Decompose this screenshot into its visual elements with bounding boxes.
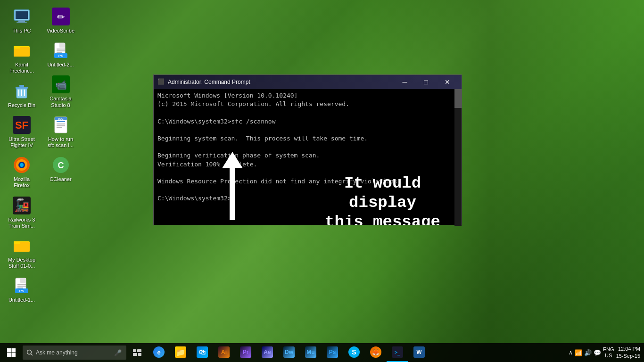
desktop-icon-videoscribe[interactable]: ✏ VideoScribe	[44, 5, 78, 36]
railworks-label: Railworks 3 Train Sim...	[7, 217, 36, 229]
desktop-icon-how-to-run[interactable]: DOC How to run sfc scan i...	[44, 113, 78, 151]
desktop-icon-ccleaner[interactable]: C CCleaner	[44, 153, 78, 185]
svg-rect-25	[20, 278, 26, 283]
store-icon: 🛍	[197, 346, 208, 358]
svg-rect-53	[7, 353, 11, 357]
desktop-icon-recycle-bin[interactable]: Recycle Bin	[5, 79, 39, 111]
desktop-icon-railworks[interactable]: 🚂 Railworks 3 Train Sim...	[5, 194, 39, 231]
taskbar-app-skype[interactable]: S	[343, 343, 365, 362]
taskbar-app-dw[interactable]: Dw	[278, 343, 300, 362]
svg-line-56	[31, 354, 33, 356]
ccleaner-icon: C	[51, 156, 70, 174]
svg-rect-2	[18, 20, 25, 22]
search-input[interactable]	[36, 349, 111, 356]
minimize-button[interactable]: ─	[394, 75, 415, 89]
desktop-icon-kamil[interactable]: Kamil Freelanc...	[5, 39, 39, 76]
svg-text:🚂: 🚂	[14, 197, 30, 213]
camtasia-icon: 📹	[51, 75, 70, 94]
taskbar-app-firefox[interactable]: 🦊	[365, 343, 387, 362]
this-pc-label: This PC	[12, 28, 31, 34]
taskbar-app-ae[interactable]: Ae	[256, 343, 278, 362]
tray-expand-button[interactable]: ∧	[569, 349, 573, 356]
task-view-button[interactable]	[128, 343, 146, 362]
taskbar-app-ps[interactable]: Ps	[322, 343, 343, 362]
cmd-window-controls: ─ □ ✕	[394, 75, 458, 89]
firefox-label: Mozilla Firefox	[7, 176, 36, 189]
desktop-icon-firefox[interactable]: Mozilla Firefox	[5, 153, 39, 191]
mic-icon[interactable]: 🎤	[114, 349, 122, 356]
premiere-icon: Pr	[240, 346, 251, 358]
desktop-icon-untitled1[interactable]: PS Untitled-1...	[5, 274, 39, 305]
untitled1-icon: PS	[12, 276, 31, 295]
taskbar-app-premiere[interactable]: Pr	[235, 343, 256, 362]
start-button[interactable]	[0, 343, 23, 362]
taskbar-cmd-icon: >_	[392, 346, 403, 358]
untitled2-icon: PS	[51, 41, 70, 60]
notification-area: ∧	[569, 349, 573, 356]
kamil-icon	[12, 41, 31, 60]
maximize-button[interactable]: □	[415, 75, 437, 89]
svg-rect-34	[59, 43, 65, 48]
desktop-icon-untitled2[interactable]: PS Untitled-2...	[44, 39, 78, 70]
clock-date: 15-Sep-15	[616, 353, 640, 360]
system-clock[interactable]: 12:04 PM 15-Sep-15	[616, 346, 640, 360]
language-region: US	[603, 353, 614, 359]
svg-rect-59	[133, 353, 137, 356]
cmd-titlebar: ⬛ Administrator: Command Prompt ─ □ ✕	[154, 75, 462, 89]
taskbar-app-cmd[interactable]: >_	[387, 343, 408, 362]
svg-text:PS: PS	[58, 54, 63, 58]
videoscribe-icon: ✏	[51, 7, 70, 26]
svg-rect-52	[12, 348, 16, 353]
taskbar-app-store[interactable]: 🛍	[191, 343, 213, 362]
svg-rect-54	[12, 353, 16, 357]
tray-sound-icon[interactable]: 🔊	[584, 349, 592, 356]
taskbar-app-word[interactable]: W	[408, 343, 430, 362]
tray-action-center-icon[interactable]: 💬	[594, 349, 601, 356]
taskbar-app-edge[interactable]: e	[148, 343, 170, 362]
annotation-text: It would displaythis message	[313, 174, 452, 225]
taskbar-app-mu[interactable]: Mu	[300, 343, 322, 362]
kamil-label: Kamil Freelanc...	[7, 62, 36, 74]
my-desktop-label: My Desktop Stuff 01-0...	[7, 257, 36, 269]
recycle-bin-icon	[12, 82, 31, 100]
taskbar-app-explorer[interactable]: 📁	[170, 343, 191, 362]
taskbar-actions	[128, 343, 146, 362]
desktop-icon-camtasia[interactable]: 📹 Camtasia Studio 8	[44, 73, 78, 110]
railworks-icon: 🚂	[12, 196, 31, 215]
cmd-scrollbar[interactable]	[454, 89, 462, 226]
illustrator-icon: Ai	[218, 346, 230, 358]
svg-text:SF: SF	[15, 119, 28, 131]
taskbar-firefox-icon: 🦊	[370, 346, 381, 358]
svg-rect-58	[137, 349, 141, 352]
svg-rect-51	[7, 348, 11, 353]
svg-rect-23	[14, 241, 20, 244]
taskbar-right: ∧ 📶 🔊 💬 ENG US 12:04 PM 15-Sep-15	[569, 346, 644, 360]
language-indicator: ENG US	[603, 346, 614, 359]
arrow-head	[222, 152, 243, 168]
untitled2-label: Untitled-2...	[47, 62, 74, 68]
desktop-icon-this-pc[interactable]: This PC	[5, 5, 39, 36]
search-bar[interactable]: 🎤	[23, 346, 126, 360]
street-fighter-icon: SF	[12, 115, 31, 134]
videoscribe-label: VideoScribe	[47, 28, 74, 34]
recycle-bin-label: Recycle Bin	[8, 102, 35, 108]
desktop-icon-my-desktop[interactable]: My Desktop Stuff 01-0...	[5, 234, 39, 272]
tray-network-icon[interactable]: 📶	[575, 349, 582, 356]
close-button[interactable]: ✕	[437, 75, 458, 89]
cmd-scrollbar-thumb[interactable]	[454, 89, 462, 108]
svg-rect-8	[16, 87, 28, 89]
cmd-window[interactable]: ⬛ Administrator: Command Prompt ─ □ ✕ Mi…	[153, 74, 462, 225]
taskbar-apps: e 📁 🛍 Ai Pr Ae Dw	[148, 343, 430, 362]
muse-icon: Mu	[305, 346, 316, 358]
windows-logo-icon	[7, 348, 16, 357]
svg-point-18	[20, 163, 24, 167]
search-icon	[26, 349, 33, 356]
photoshop-icon: Ps	[327, 346, 338, 358]
dreamweaver-icon: Dw	[283, 346, 295, 358]
taskbar-app-ai[interactable]: Ai	[213, 343, 235, 362]
desktop-icon-street-fighter[interactable]: SF Ultra Street Fighter IV	[5, 113, 39, 151]
skype-icon: S	[348, 346, 360, 358]
ccleaner-label: CCleaner	[50, 176, 71, 182]
this-pc-icon	[12, 7, 31, 26]
arrow-shaft	[230, 168, 235, 220]
